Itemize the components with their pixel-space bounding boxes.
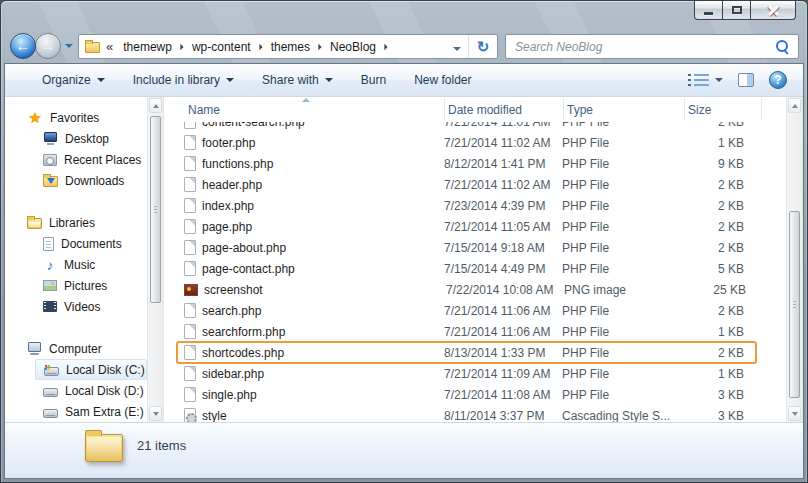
minimize-button[interactable]: [694, 1, 723, 20]
search-icon[interactable]: [776, 40, 789, 53]
file-row-functions-php[interactable]: functions.php8/12/2014 1:41 PMPHP File9 …: [164, 153, 786, 174]
breadcrumb-segment-themewp[interactable]: themewp: [117, 37, 178, 57]
page-icon: [184, 177, 196, 192]
file-list-scrollbar[interactable]: [786, 97, 803, 422]
file-name: page.php: [202, 220, 444, 234]
column-separator[interactable]: [563, 99, 564, 120]
details-pane: 21 items: [5, 422, 803, 478]
sidebar-item-music[interactable]: ♪Music: [5, 254, 147, 275]
toolbar-button-include-in-library[interactable]: Include in library: [124, 69, 243, 91]
scroll-down-button[interactable]: [788, 406, 801, 421]
toolbar-button-burn[interactable]: Burn: [352, 69, 395, 91]
change-view-button[interactable]: [688, 74, 723, 86]
file-row-content-search-php[interactable]: content-search.php7/21/2014 11:01 AMPHP …: [164, 122, 786, 132]
file-date-modified: 7/21/2014 11:01 AM: [444, 122, 562, 129]
triangle-up-icon: [153, 104, 159, 108]
refresh-button[interactable]: ↻: [468, 35, 497, 58]
column-header-type[interactable]: Type: [567, 103, 593, 117]
column-separator[interactable]: [444, 99, 445, 120]
toolbar-button-share-with[interactable]: Share with: [253, 69, 342, 91]
sidebar-item-favorites[interactable]: ★Favorites: [5, 107, 147, 128]
sidebar-item-documents[interactable]: Documents: [5, 233, 147, 254]
back-button[interactable]: ←: [10, 33, 36, 59]
scrollbar-thumb[interactable]: [150, 116, 161, 303]
scroll-up-button[interactable]: [149, 98, 162, 113]
file-row-sidebar-php[interactable]: sidebar.php7/21/2014 11:09 AMPHP File1 K…: [164, 363, 786, 384]
file-row-style[interactable]: style8/11/2014 3:37 PMCascading Style S.…: [164, 405, 786, 422]
breadcrumb-separator-icon[interactable]: [318, 43, 321, 49]
file-date-modified: 8/12/2014 1:41 PM: [444, 157, 562, 171]
address-dropdown-button[interactable]: [446, 40, 468, 54]
file-size: 1 KB: [687, 367, 754, 381]
breadcrumb-overflow-chevrons[interactable]: «: [106, 39, 113, 54]
docs-icon: [43, 237, 54, 251]
file-row-header-php[interactable]: header.php7/21/2014 11:02 AMPHP File2 KB: [164, 174, 786, 195]
desktop-icon: [43, 132, 58, 145]
breadcrumb-segment-neoblog[interactable]: NeoBlog: [324, 37, 382, 57]
sidebar-item-label: Videos: [64, 300, 100, 314]
scrollbar-thumb[interactable]: [789, 211, 800, 398]
file-row-page-contact-php[interactable]: page-contact.php7/15/2014 4:49 PMPHP Fil…: [164, 258, 786, 279]
recent-pages-chevron-icon[interactable]: [65, 44, 73, 48]
breadcrumb: themewpwp-contentthemesNeoBlog: [117, 37, 390, 57]
file-name: searchform.php: [202, 325, 444, 339]
breadcrumb-separator-icon[interactable]: [384, 43, 387, 49]
breadcrumb-separator-icon[interactable]: [180, 43, 183, 49]
file-date-modified: 7/23/2014 4:39 PM: [444, 199, 562, 213]
file-row-index-php[interactable]: index.php7/23/2014 4:39 PMPHP File2 KB: [164, 195, 786, 216]
address-bar[interactable]: « themewpwp-contentthemesNeoBlog ↻: [78, 34, 498, 59]
file-row-shortcodes-php[interactable]: shortcodes.php8/13/2014 1:33 PMPHP File2…: [164, 342, 786, 363]
minimize-icon: [704, 12, 713, 15]
file-row-page-php[interactable]: page.php7/21/2014 11:05 AMPHP File2 KB: [164, 216, 786, 237]
file-row-footer-php[interactable]: footer.php7/21/2014 11:02 AMPHP File1 KB: [164, 132, 786, 153]
forward-button[interactable]: →: [35, 33, 61, 59]
sidebar-scrollbar[interactable]: [147, 97, 164, 422]
breadcrumb-separator-icon[interactable]: [259, 43, 262, 49]
views-dropdown-icon: [715, 78, 723, 82]
file-row-single-php[interactable]: single.php7/21/2014 11:08 AMPHP File3 KB: [164, 384, 786, 405]
sidebar-item-computer[interactable]: Computer: [5, 338, 147, 359]
column-header-size[interactable]: Size: [688, 103, 711, 117]
windows-flag-icon: [45, 365, 47, 367]
downloads-icon: [43, 176, 58, 187]
pictures-icon: [43, 280, 57, 291]
column-separator[interactable]: [684, 99, 685, 120]
toolbar-button-organize[interactable]: Organize: [33, 69, 114, 91]
breadcrumb-segment-wp-content[interactable]: wp-content: [186, 37, 257, 57]
sidebar-item-local-disk-d[interactable]: Local Disk (D:): [5, 380, 147, 401]
preview-pane-button[interactable]: [738, 73, 754, 87]
column-separator[interactable]: [761, 99, 762, 120]
sidebar-item-desktop[interactable]: Desktop: [5, 128, 147, 149]
file-row-screenshot[interactable]: screenshot7/22/2014 10:08 AMPNG image25 …: [164, 279, 786, 300]
videos-icon: [43, 301, 57, 312]
sidebar-item-recent-places[interactable]: Recent Places: [5, 149, 147, 170]
sidebar-item-sam-extra-e[interactable]: Sam Extra (E:): [5, 401, 147, 422]
column-header-name[interactable]: Name: [188, 103, 220, 117]
sidebar-item-local-disk-c[interactable]: Local Disk (C:): [35, 359, 147, 380]
sidebar-item-libraries[interactable]: Libraries: [5, 212, 147, 233]
sidebar-item-videos[interactable]: Videos: [5, 296, 147, 317]
help-button[interactable]: ?: [769, 71, 787, 89]
file-row-searchform-php[interactable]: searchform.php7/21/2014 11:06 AMPHP File…: [164, 321, 786, 342]
file-row-page-about-php[interactable]: page-about.php7/15/2014 9:18 AMPHP File2…: [164, 237, 786, 258]
sidebar-item-downloads[interactable]: Downloads: [5, 170, 147, 191]
file-date-modified: 7/21/2014 11:02 AM: [444, 136, 562, 150]
scroll-up-button[interactable]: [788, 98, 801, 113]
search-box[interactable]: Search NeoBlog: [505, 34, 799, 59]
scroll-down-button[interactable]: [149, 406, 162, 421]
column-header-date-modified[interactable]: Date modified: [448, 103, 522, 117]
toolbar-button-new-folder[interactable]: New folder: [405, 69, 480, 91]
breadcrumb-segment-themes[interactable]: themes: [265, 37, 316, 57]
sidebar-group-computer: ComputerLocal Disk (C:)Local Disk (D:)Sa…: [5, 338, 147, 422]
file-type: PHP File: [562, 367, 687, 381]
close-button[interactable]: [751, 1, 796, 20]
file-size: 5 KB: [687, 262, 754, 276]
sidebar-item-pictures[interactable]: Pictures: [5, 275, 147, 296]
maximize-button[interactable]: [723, 1, 751, 20]
title-bar[interactable]: [1, 1, 807, 31]
views-icon: [694, 74, 709, 86]
css-icon: [184, 408, 196, 422]
file-row-search-php[interactable]: search.php7/21/2014 11:06 AMPHP File2 KB: [164, 300, 786, 321]
item-count-label: 21 items: [137, 438, 186, 453]
file-name: shortcodes.php: [202, 346, 444, 360]
